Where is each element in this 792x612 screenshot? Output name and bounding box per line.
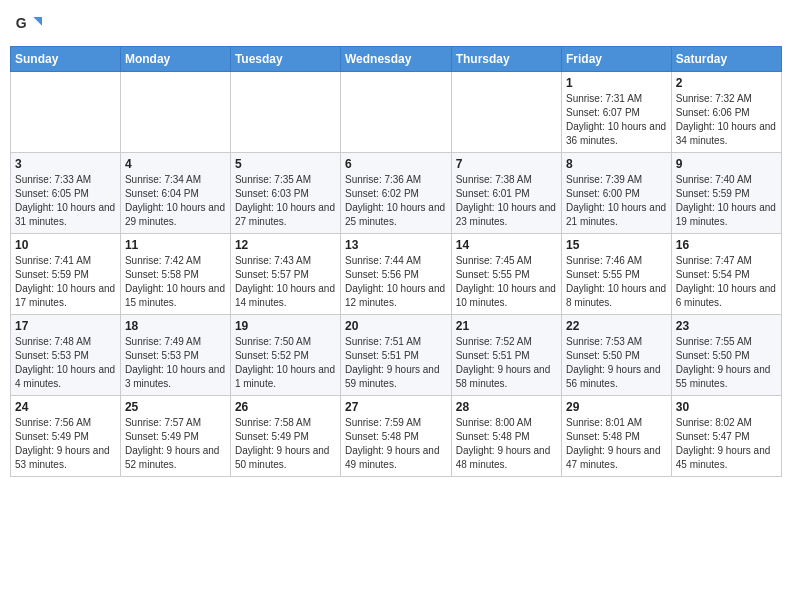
calendar-cell: 22Sunrise: 7:53 AM Sunset: 5:50 PM Dayli… [561,315,671,396]
day-number: 12 [235,238,336,252]
day-number: 10 [15,238,116,252]
day-number: 3 [15,157,116,171]
day-info: Sunrise: 7:40 AM Sunset: 5:59 PM Dayligh… [676,173,777,229]
calendar-week-row: 3Sunrise: 7:33 AM Sunset: 6:05 PM Daylig… [11,153,782,234]
day-of-week-header: Saturday [671,47,781,72]
day-info: Sunrise: 7:36 AM Sunset: 6:02 PM Dayligh… [345,173,447,229]
day-info: Sunrise: 7:35 AM Sunset: 6:03 PM Dayligh… [235,173,336,229]
calendar-cell: 1Sunrise: 7:31 AM Sunset: 6:07 PM Daylig… [561,72,671,153]
calendar-cell: 19Sunrise: 7:50 AM Sunset: 5:52 PM Dayli… [230,315,340,396]
calendar-week-row: 1Sunrise: 7:31 AM Sunset: 6:07 PM Daylig… [11,72,782,153]
calendar-cell: 26Sunrise: 7:58 AM Sunset: 5:49 PM Dayli… [230,396,340,477]
calendar-cell [11,72,121,153]
calendar-cell: 6Sunrise: 7:36 AM Sunset: 6:02 PM Daylig… [340,153,451,234]
calendar-cell: 17Sunrise: 7:48 AM Sunset: 5:53 PM Dayli… [11,315,121,396]
day-number: 13 [345,238,447,252]
day-number: 2 [676,76,777,90]
calendar-cell [120,72,230,153]
calendar-cell: 28Sunrise: 8:00 AM Sunset: 5:48 PM Dayli… [451,396,561,477]
calendar-cell: 24Sunrise: 7:56 AM Sunset: 5:49 PM Dayli… [11,396,121,477]
calendar-week-row: 24Sunrise: 7:56 AM Sunset: 5:49 PM Dayli… [11,396,782,477]
calendar-cell: 3Sunrise: 7:33 AM Sunset: 6:05 PM Daylig… [11,153,121,234]
calendar-cell: 30Sunrise: 8:02 AM Sunset: 5:47 PM Dayli… [671,396,781,477]
day-info: Sunrise: 7:38 AM Sunset: 6:01 PM Dayligh… [456,173,557,229]
day-info: Sunrise: 8:02 AM Sunset: 5:47 PM Dayligh… [676,416,777,472]
day-info: Sunrise: 7:39 AM Sunset: 6:00 PM Dayligh… [566,173,667,229]
day-number: 4 [125,157,226,171]
calendar-cell: 13Sunrise: 7:44 AM Sunset: 5:56 PM Dayli… [340,234,451,315]
calendar-table: SundayMondayTuesdayWednesdayThursdayFrid… [10,46,782,477]
day-number: 17 [15,319,116,333]
calendar-cell: 11Sunrise: 7:42 AM Sunset: 5:58 PM Dayli… [120,234,230,315]
calendar-cell: 12Sunrise: 7:43 AM Sunset: 5:57 PM Dayli… [230,234,340,315]
day-info: Sunrise: 7:32 AM Sunset: 6:06 PM Dayligh… [676,92,777,148]
day-number: 11 [125,238,226,252]
day-number: 24 [15,400,116,414]
calendar-cell [451,72,561,153]
logo: G [14,10,46,38]
day-number: 20 [345,319,447,333]
svg-text:G: G [16,15,27,31]
day-number: 16 [676,238,777,252]
day-info: Sunrise: 7:41 AM Sunset: 5:59 PM Dayligh… [15,254,116,310]
day-info: Sunrise: 7:49 AM Sunset: 5:53 PM Dayligh… [125,335,226,391]
calendar-week-row: 10Sunrise: 7:41 AM Sunset: 5:59 PM Dayli… [11,234,782,315]
day-info: Sunrise: 7:51 AM Sunset: 5:51 PM Dayligh… [345,335,447,391]
calendar-cell: 16Sunrise: 7:47 AM Sunset: 5:54 PM Dayli… [671,234,781,315]
day-of-week-header: Tuesday [230,47,340,72]
calendar-week-row: 17Sunrise: 7:48 AM Sunset: 5:53 PM Dayli… [11,315,782,396]
calendar-cell: 25Sunrise: 7:57 AM Sunset: 5:49 PM Dayli… [120,396,230,477]
calendar-cell: 9Sunrise: 7:40 AM Sunset: 5:59 PM Daylig… [671,153,781,234]
calendar-cell: 8Sunrise: 7:39 AM Sunset: 6:00 PM Daylig… [561,153,671,234]
calendar-cell: 27Sunrise: 7:59 AM Sunset: 5:48 PM Dayli… [340,396,451,477]
calendar-cell: 10Sunrise: 7:41 AM Sunset: 5:59 PM Dayli… [11,234,121,315]
calendar-cell: 15Sunrise: 7:46 AM Sunset: 5:55 PM Dayli… [561,234,671,315]
day-number: 22 [566,319,667,333]
calendar-cell: 5Sunrise: 7:35 AM Sunset: 6:03 PM Daylig… [230,153,340,234]
day-info: Sunrise: 7:45 AM Sunset: 5:55 PM Dayligh… [456,254,557,310]
day-number: 29 [566,400,667,414]
day-info: Sunrise: 7:33 AM Sunset: 6:05 PM Dayligh… [15,173,116,229]
calendar-header-row: SundayMondayTuesdayWednesdayThursdayFrid… [11,47,782,72]
day-of-week-header: Thursday [451,47,561,72]
day-number: 26 [235,400,336,414]
calendar-cell: 29Sunrise: 8:01 AM Sunset: 5:48 PM Dayli… [561,396,671,477]
svg-marker-1 [33,17,42,26]
page-header: G [10,10,782,38]
day-number: 23 [676,319,777,333]
day-number: 9 [676,157,777,171]
calendar-cell: 7Sunrise: 7:38 AM Sunset: 6:01 PM Daylig… [451,153,561,234]
day-number: 5 [235,157,336,171]
calendar-cell: 21Sunrise: 7:52 AM Sunset: 5:51 PM Dayli… [451,315,561,396]
day-of-week-header: Sunday [11,47,121,72]
day-of-week-header: Friday [561,47,671,72]
day-info: Sunrise: 7:55 AM Sunset: 5:50 PM Dayligh… [676,335,777,391]
day-info: Sunrise: 7:53 AM Sunset: 5:50 PM Dayligh… [566,335,667,391]
day-info: Sunrise: 7:46 AM Sunset: 5:55 PM Dayligh… [566,254,667,310]
day-info: Sunrise: 7:34 AM Sunset: 6:04 PM Dayligh… [125,173,226,229]
calendar-cell: 4Sunrise: 7:34 AM Sunset: 6:04 PM Daylig… [120,153,230,234]
day-info: Sunrise: 7:48 AM Sunset: 5:53 PM Dayligh… [15,335,116,391]
day-info: Sunrise: 7:56 AM Sunset: 5:49 PM Dayligh… [15,416,116,472]
day-number: 19 [235,319,336,333]
logo-icon: G [14,10,42,38]
calendar-cell: 18Sunrise: 7:49 AM Sunset: 5:53 PM Dayli… [120,315,230,396]
day-number: 21 [456,319,557,333]
day-number: 7 [456,157,557,171]
calendar-cell [340,72,451,153]
day-info: Sunrise: 7:43 AM Sunset: 5:57 PM Dayligh… [235,254,336,310]
day-number: 27 [345,400,447,414]
calendar-cell [230,72,340,153]
day-of-week-header: Wednesday [340,47,451,72]
day-number: 28 [456,400,557,414]
day-number: 14 [456,238,557,252]
calendar-cell: 14Sunrise: 7:45 AM Sunset: 5:55 PM Dayli… [451,234,561,315]
calendar-cell: 2Sunrise: 7:32 AM Sunset: 6:06 PM Daylig… [671,72,781,153]
calendar-cell: 20Sunrise: 7:51 AM Sunset: 5:51 PM Dayli… [340,315,451,396]
day-number: 18 [125,319,226,333]
day-of-week-header: Monday [120,47,230,72]
day-number: 6 [345,157,447,171]
day-info: Sunrise: 8:01 AM Sunset: 5:48 PM Dayligh… [566,416,667,472]
day-number: 30 [676,400,777,414]
day-info: Sunrise: 7:58 AM Sunset: 5:49 PM Dayligh… [235,416,336,472]
